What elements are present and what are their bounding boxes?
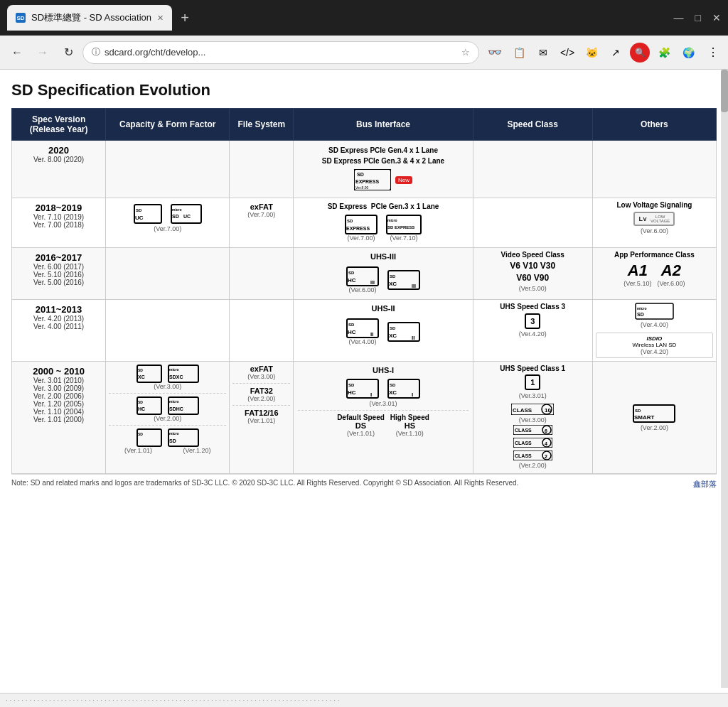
- toolbar-icons: 👓 📋 ✉ </> 🐱 ↗ 🔍 🧩 🌍 ⋮: [485, 43, 722, 63]
- extension-icon-4[interactable]: </>: [557, 43, 577, 63]
- svg-text:SDHC: SDHC: [169, 406, 183, 411]
- extension-icon-6[interactable]: ↗: [606, 43, 626, 63]
- svg-text:XC: XC: [389, 389, 397, 396]
- menu-button[interactable]: ⋮: [702, 43, 722, 63]
- bus-2000-2010: UHS-I SD HC I: [294, 362, 473, 474]
- year-2000-2010: 2000 ~ 2010 Ver. 3.01 (2010) Ver. 3.00 (…: [12, 362, 106, 474]
- page-title: SD Specification Evolution: [11, 81, 717, 99]
- year-2016-2017: 2016~2017 Ver. 6.00 (2017) Ver. 5.10 (20…: [12, 248, 106, 300]
- filesystem-2011-2013: [230, 300, 294, 362]
- tab-close-button[interactable]: ✕: [157, 14, 164, 23]
- scrollbar[interactable]: [721, 70, 728, 688]
- extension-icon-2[interactable]: 📋: [509, 43, 529, 63]
- svg-text:SD EXPRESS: SD EXPRESS: [387, 225, 414, 230]
- extension-icon-1[interactable]: 👓: [485, 43, 505, 63]
- address-input[interactable]: ⓘ sdcard.org/cht/develop... ☆: [82, 41, 479, 64]
- tab-favicon: SD: [16, 13, 26, 23]
- speed-2020: [473, 141, 592, 198]
- table-row-2000-2010: 2000 ~ 2010 Ver. 3.01 (2010) Ver. 3.00 (…: [12, 362, 717, 474]
- sd-smart-logo: SD SMART: [633, 404, 675, 423]
- tab-title: SD標準總覽 - SD Association: [31, 11, 151, 24]
- extension-icon-3[interactable]: ✉: [533, 43, 553, 63]
- sdhc1-logo: SD HC I: [346, 379, 379, 399]
- table-row-2018-2019: 2018~2019 Ver. 7.10 (2019) Ver. 7.00 (20…: [12, 198, 717, 248]
- svg-text:SD: SD: [138, 400, 143, 404]
- new-tab-button[interactable]: +: [175, 8, 195, 28]
- svg-text:CLASS: CLASS: [515, 441, 532, 446]
- filesystem-2020: [230, 141, 294, 198]
- year-2011-2013: 2011~2013 Ver. 4.20 (2013) Ver. 4.00 (20…: [12, 300, 106, 362]
- page-content: SD Specification Evolution Spec Version(…: [0, 70, 728, 693]
- scrollbar-thumb[interactable]: [721, 70, 728, 112]
- star-icon[interactable]: ☆: [461, 47, 470, 58]
- back-button[interactable]: ←: [6, 41, 28, 64]
- page-indicator: · · · · · · · · · · · · · · · · · · · · …: [6, 696, 340, 704]
- class2-badge: CLASS 2: [513, 450, 552, 460]
- sdxc2-logo: SD XC II: [387, 322, 420, 342]
- sd-express-logo-2020: SD EXPRESS Ver.8.00: [354, 169, 391, 190]
- extension-icon-9[interactable]: 🌍: [678, 43, 698, 63]
- capacity-2011-2013: [106, 300, 230, 362]
- svg-text:SD: SD: [390, 274, 396, 279]
- close-button[interactable]: ✕: [712, 12, 721, 23]
- svg-text:CLASS: CLASS: [515, 428, 532, 433]
- svg-text:micro: micro: [387, 218, 397, 222]
- header-bus: Bus Interface: [294, 109, 473, 141]
- svg-text:Ver.8.00: Ver.8.00: [355, 185, 369, 190]
- svg-text:SMART: SMART: [634, 414, 655, 421]
- svg-text:EXPRESS: EXPRESS: [355, 179, 379, 184]
- watermark: 鑫部落: [693, 479, 717, 490]
- svg-text:SD: SD: [348, 383, 355, 387]
- micro-sd-express-logo-7: micro SD EXPRESS: [386, 215, 422, 234]
- svg-text:XC: XC: [389, 281, 397, 287]
- sd-express-logo-7: SD EXPRESS: [345, 215, 378, 234]
- capacity-2018-2019: SD UC micro SD UC: [106, 198, 230, 248]
- active-tab[interactable]: SD SD標準總覽 - SD Association ✕: [7, 5, 172, 31]
- note-bar: Note: SD and related marks and logos are…: [11, 474, 717, 491]
- svg-text:10: 10: [545, 407, 551, 414]
- speed-2011-2013: UHS Speed Class 3 3 (Ver.4.20): [473, 300, 592, 362]
- maximize-button[interactable]: □: [695, 12, 701, 23]
- year-2018-2019: 2018~2019 Ver. 7.10 (2019) Ver. 7.00 (20…: [12, 198, 106, 248]
- micro-sduc-logo: micro SD UC: [171, 204, 202, 224]
- forward-button[interactable]: →: [31, 41, 54, 64]
- svg-rect-11: [346, 215, 377, 234]
- class4-badge: CLASS 4: [513, 438, 552, 448]
- year-2020: 2020 Ver. 8.00 (2020): [12, 141, 106, 198]
- header-capacity: Capacity & Form Factor: [106, 109, 230, 141]
- sdxc3-logo: SD XC III: [387, 270, 420, 290]
- extension-icon-7[interactable]: 🔍: [630, 43, 650, 63]
- others-2011-2013: micro SD (Ver.4.00) ISDIO Wireless LAN S…: [592, 300, 716, 362]
- sdhc3-logo: SD HC III: [346, 266, 379, 286]
- svg-text:micro: micro: [172, 207, 182, 212]
- svg-text:SD: SD: [635, 409, 641, 413]
- svg-text:XC: XC: [389, 333, 397, 339]
- title-bar: SD SD標準總覽 - SD Association ✕ + — □ ✕: [0, 0, 728, 36]
- table-row-2016-2017: 2016~2017 Ver. 6.00 (2017) Ver. 5.10 (20…: [12, 248, 717, 300]
- sd-logo: SD: [136, 428, 162, 447]
- sduc-logo: SD UC: [134, 204, 162, 224]
- svg-text:SD: SD: [172, 214, 179, 219]
- svg-text:III: III: [370, 280, 375, 285]
- sdxc1-logo: SD XC I: [387, 379, 420, 399]
- svg-text:SD: SD: [169, 438, 176, 443]
- svg-text:CLASS: CLASS: [515, 453, 532, 458]
- svg-text:SD: SD: [390, 383, 396, 387]
- svg-text:SD: SD: [357, 172, 364, 177]
- svg-text:III: III: [412, 284, 416, 288]
- svg-text:micro: micro: [169, 399, 179, 404]
- header-speed: Speed Class: [473, 109, 592, 141]
- svg-text:2: 2: [545, 454, 547, 459]
- others-2000-2010: SD SMART (Ver.2.00): [592, 362, 716, 474]
- extension-icon-5[interactable]: 🐱: [582, 43, 601, 63]
- filesystem-2018-2019: exFAT (Ver.7.00): [230, 198, 294, 248]
- svg-text:HC: HC: [348, 389, 356, 396]
- refresh-button[interactable]: ↻: [57, 41, 80, 64]
- svg-text:micro: micro: [637, 306, 647, 311]
- svg-text:SD: SD: [138, 432, 143, 436]
- bottom-bar: · · · · · · · · · · · · · · · · · · · · …: [0, 693, 728, 707]
- sdhc2-logo: SD HC II: [346, 318, 379, 338]
- extension-icon-8[interactable]: 🧩: [654, 43, 674, 63]
- url-text: sdcard.org/cht/develop...: [105, 47, 205, 58]
- minimize-button[interactable]: —: [674, 12, 684, 23]
